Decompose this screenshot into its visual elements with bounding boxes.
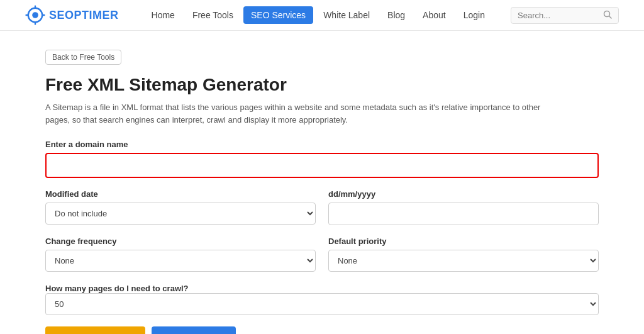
pages-label: How many pages do I need to crawl? (45, 284, 189, 293)
svg-line-7 (609, 16, 612, 18)
logo[interactable]: SEOPTIMER (25, 5, 119, 25)
page-description: A Sitemap is a file in XML format that l… (45, 101, 561, 126)
nav-home[interactable]: Home (144, 6, 182, 24)
domain-input[interactable] (45, 153, 599, 178)
domain-label: Enter a domain name (45, 140, 599, 149)
date-picker-label: dd/mm/yyyy (328, 189, 599, 199)
date-picker-group: dd/mm/yyyy (328, 189, 599, 225)
page-title: Free XML Sitemap Generator (45, 75, 599, 95)
main-nav: Home Free Tools SEO Services White Label… (144, 6, 511, 24)
generate-sitemap-button[interactable]: Generate Sitemap (45, 326, 145, 334)
save-xml-button[interactable]: Save XML File (152, 326, 236, 334)
change-frequency-label: Change frequency (45, 237, 316, 246)
search-input[interactable] (518, 11, 599, 20)
freq-priority-row: Change frequency None Always Hourly Dail… (45, 237, 599, 272)
change-frequency-select[interactable]: None Always Hourly Daily Weekly Monthly … (45, 250, 316, 272)
header: SEOPTIMER Home Free Tools SEO Services W… (0, 0, 644, 31)
default-priority-label: Default priority (328, 237, 599, 246)
nav-white-label[interactable]: White Label (316, 6, 377, 24)
svg-point-1 (32, 12, 38, 18)
pages-select[interactable]: 50 100 200 500 (45, 293, 599, 315)
pages-section: How many pages do I need to crawl? 50 10… (45, 283, 599, 315)
modified-date-group: Modified date Do not include Last modifi… (45, 189, 316, 225)
nav-blog[interactable]: Blog (380, 6, 413, 24)
nav-login[interactable]: Login (456, 6, 492, 24)
main-content: Back to Free Tools Free XML Sitemap Gene… (20, 31, 624, 334)
logo-icon (25, 5, 45, 25)
default-priority-group: Default priority None 0.1 0.5 1.0 (328, 237, 599, 272)
back-link[interactable]: Back to Free Tools (45, 50, 121, 65)
search-icon (603, 10, 612, 21)
modified-date-select[interactable]: Do not include Last modified Custom date (45, 203, 316, 225)
change-frequency-group: Change frequency None Always Hourly Dail… (45, 237, 316, 272)
search-box (511, 7, 619, 24)
nav-seo-services[interactable]: SEO Services (243, 6, 313, 24)
date-row: Modified date Do not include Last modifi… (45, 189, 599, 225)
nav-free-tools[interactable]: Free Tools (185, 6, 241, 24)
modified-date-label: Modified date (45, 189, 316, 199)
domain-field-section: Enter a domain name (45, 140, 599, 178)
date-picker-input[interactable] (328, 203, 599, 225)
nav-about[interactable]: About (415, 6, 453, 24)
logo-text: SEOPTIMER (49, 9, 119, 22)
action-buttons: Generate Sitemap Save XML File (45, 326, 599, 334)
default-priority-select[interactable]: None 0.1 0.5 1.0 (328, 250, 599, 272)
